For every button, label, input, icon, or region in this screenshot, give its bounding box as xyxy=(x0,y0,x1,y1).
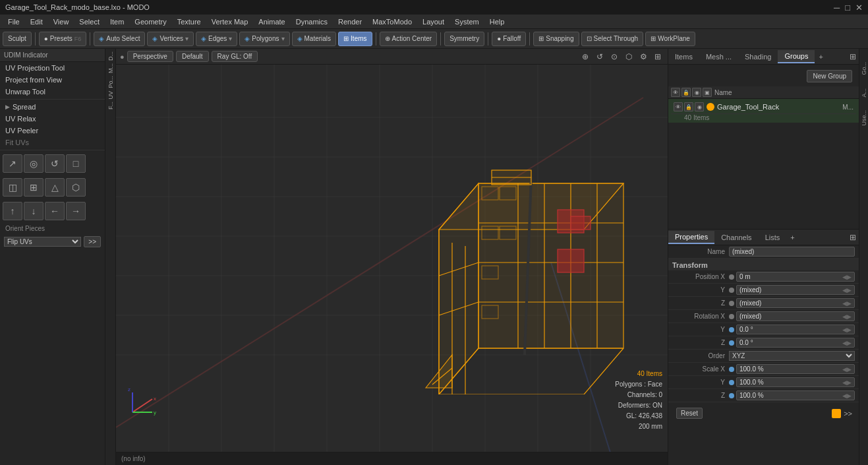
select-through-button[interactable]: ⊡ Select Through xyxy=(581,32,644,46)
arrow-down[interactable]: ↓ xyxy=(24,202,43,220)
properties-tab-add[interactable]: + xyxy=(786,232,798,243)
presets-button[interactable]: ● Presets F6 xyxy=(39,32,86,46)
rotation-y-dot[interactable] xyxy=(729,327,734,332)
close-button[interactable]: ✕ xyxy=(855,3,863,13)
menu-help[interactable]: Help xyxy=(484,16,510,27)
uv-relax[interactable]: UV Relax xyxy=(0,113,105,125)
snapping-button[interactable]: ⊞ Snapping xyxy=(533,32,579,46)
left-toggle-expand[interactable]: >> xyxy=(84,236,101,247)
name-value-box[interactable]: (mixed) xyxy=(729,247,855,257)
scale-x-value[interactable]: 100.0 % ◀▶ xyxy=(736,364,855,374)
menu-dynamics[interactable]: Dynamics xyxy=(291,16,333,27)
header-lock-icon[interactable]: 🔒 xyxy=(681,88,691,97)
uv-projection-tool[interactable]: UV Projection Tool xyxy=(0,62,105,74)
props-nav-right[interactable]: >> xyxy=(841,408,855,419)
tab-mesh[interactable]: Mesh ... xyxy=(699,51,738,63)
arrow-right[interactable]: → xyxy=(66,202,86,220)
menu-select[interactable]: Select xyxy=(74,16,105,27)
props-expand[interactable]: ⊞ xyxy=(847,232,859,243)
workplane-button[interactable]: ⊞ WorkPlane xyxy=(645,32,695,46)
menu-view[interactable]: View xyxy=(48,16,74,27)
viewport-search-icon[interactable]: ⊙ xyxy=(608,51,620,63)
spread-item[interactable]: ▶ Spread xyxy=(0,101,105,113)
tab-lists[interactable]: Lists xyxy=(759,232,787,243)
viewport-settings-icon[interactable]: ⚙ xyxy=(637,51,649,63)
menu-texture[interactable]: Texture xyxy=(172,16,206,27)
tool-icon-3[interactable]: ↺ xyxy=(45,154,65,173)
scale-z-value[interactable]: 100.0 % ◀▶ xyxy=(736,390,855,400)
tab-channels[interactable]: Channels xyxy=(714,232,758,243)
fit-uvs[interactable]: Fit UVs xyxy=(0,137,105,148)
scale-z-dot[interactable] xyxy=(729,393,734,398)
tab-items[interactable]: Items xyxy=(668,51,699,63)
menu-item[interactable]: Item xyxy=(105,16,129,27)
menu-edit[interactable]: Edit xyxy=(25,16,48,27)
menu-layout[interactable]: Layout xyxy=(417,16,449,27)
menu-file[interactable]: File xyxy=(3,16,25,27)
rotation-x-value[interactable]: (mixed) ◀▶ xyxy=(736,311,855,321)
menu-geometry[interactable]: Geometry xyxy=(129,16,171,27)
rstrip-use[interactable]: Use... xyxy=(861,110,867,126)
raygl-button[interactable]: Ray GL: Off xyxy=(212,51,258,62)
header-eye-icon[interactable]: 👁 xyxy=(671,88,680,97)
viewport-orbit-icon[interactable]: ⊕ xyxy=(579,51,591,63)
order-select[interactable]: XYZ xyxy=(729,351,855,361)
arrow-up[interactable]: ↑ xyxy=(3,202,22,220)
viewport-reset-icon[interactable]: ↺ xyxy=(594,51,606,63)
maximize-button[interactable]: □ xyxy=(845,3,850,13)
polygons-button[interactable]: ◈ Polygons ▾ xyxy=(239,32,289,46)
window-controls[interactable]: ─ □ ✕ xyxy=(834,3,863,13)
tool-icon-4[interactable]: □ xyxy=(66,154,86,173)
viewport-canvas[interactable]: x y z 40 Items Polygons : Face Channels:… xyxy=(116,65,668,452)
sculpt-toggle[interactable]: Sculpt xyxy=(3,32,32,46)
rstrip-go[interactable]: Go... xyxy=(861,62,867,75)
auto-select-button[interactable]: ◈ Auto Select xyxy=(94,32,145,46)
position-y-value[interactable]: (mixed) ◀▶ xyxy=(736,285,855,295)
symmetry-button[interactable]: Symmetry xyxy=(444,32,484,46)
tab-shading[interactable]: Shading xyxy=(738,51,778,63)
viewport-fit-icon[interactable]: ⬡ xyxy=(623,51,635,63)
vertices-button[interactable]: ◈ Vertices ▾ xyxy=(147,32,194,46)
tool-icon-2[interactable]: ◎ xyxy=(24,154,43,173)
rotation-z-dot[interactable] xyxy=(729,340,734,346)
tool-icon-6[interactable]: ⊞ xyxy=(24,178,43,197)
menu-system[interactable]: System xyxy=(449,16,484,27)
viewport-expand-icon[interactable]: ⊞ xyxy=(652,51,664,63)
position-y-dot[interactable] xyxy=(729,288,734,293)
tab-properties[interactable]: Properties xyxy=(668,231,714,244)
new-group-button[interactable]: New Group xyxy=(807,70,852,82)
row-vis-icon[interactable]: ◉ xyxy=(695,102,704,111)
position-x-value[interactable]: 0 m ◀▶ xyxy=(736,272,855,282)
position-z-dot[interactable] xyxy=(729,301,734,306)
minimize-button[interactable]: ─ xyxy=(834,3,840,13)
tool-icon-5[interactable]: ◫ xyxy=(3,178,22,197)
right-panel-expand[interactable]: ⊞ xyxy=(847,51,859,63)
unwrap-tool[interactable]: Unwrap Tool xyxy=(0,86,105,98)
items-button[interactable]: ⊞ Items xyxy=(338,32,372,46)
edges-button[interactable]: ◈ Edges ▾ xyxy=(196,32,237,46)
reset-button[interactable]: Reset xyxy=(676,408,703,419)
rstrip-a[interactable]: A... xyxy=(861,88,867,98)
perspective-button[interactable]: Perspective xyxy=(127,51,173,62)
scale-y-dot[interactable] xyxy=(729,380,734,385)
rotation-z-value[interactable]: 0.0 ° ◀▶ xyxy=(736,338,855,348)
group-row[interactable]: 👁 🔒 ◉ Garage_Tool_Rack M... xyxy=(671,100,856,114)
row-eye-icon[interactable]: 👁 xyxy=(674,102,683,111)
scale-y-value[interactable]: 100.0 % ◀▶ xyxy=(736,377,855,387)
falloff-button[interactable]: ● Falloff xyxy=(492,32,526,46)
header-vis-icon[interactable]: ◉ xyxy=(692,88,701,97)
tab-add[interactable]: + xyxy=(815,51,826,63)
project-from-view[interactable]: Project from View xyxy=(0,74,105,86)
materials-button[interactable]: ◈ Materials xyxy=(292,32,337,46)
row-lock-icon[interactable]: 🔒 xyxy=(684,102,693,111)
menu-animate[interactable]: Animate xyxy=(253,16,290,27)
rotation-y-value[interactable]: 0.0 ° ◀▶ xyxy=(736,325,855,334)
uv-peeler[interactable]: UV Peeler xyxy=(0,125,105,137)
scale-x-dot[interactable] xyxy=(729,367,734,372)
tool-icon-8[interactable]: ⬡ xyxy=(66,178,86,197)
menu-maxtomodo[interactable]: MaxToModo xyxy=(367,16,417,27)
menu-vertexmap[interactable]: Vertex Map xyxy=(206,16,254,27)
default-style-button[interactable]: Default xyxy=(176,51,209,62)
tool-icon-7[interactable]: △ xyxy=(45,178,65,197)
arrow-left[interactable]: ← xyxy=(45,202,65,220)
